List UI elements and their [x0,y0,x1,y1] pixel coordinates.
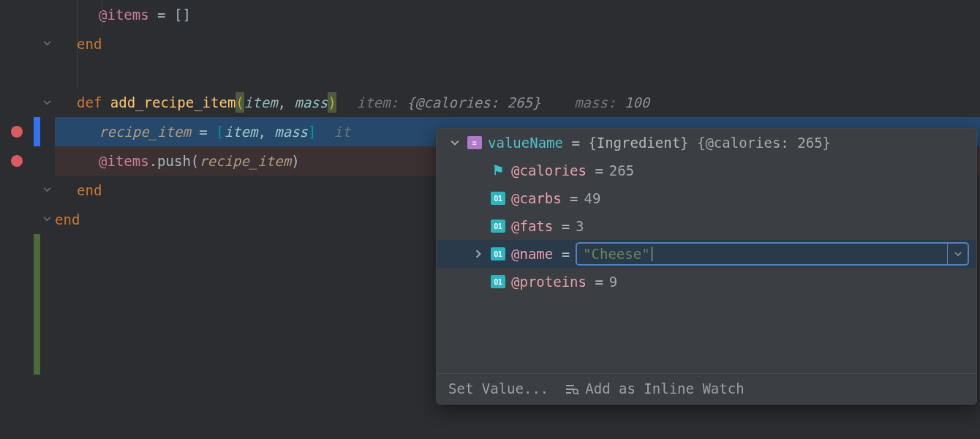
breakpoint-icon[interactable] [11,126,23,138]
chevron-right-icon[interactable] [472,249,485,258]
code-line[interactable]: def add_recipe_item(item, mass) item: {@… [0,88,980,117]
inline-hint: item: {@calories: 265} mass: 100 [357,92,649,113]
object-icon: ≡ [467,136,482,149]
debugger-value-popup[interactable]: ≡ valueName = {Ingredient} {@calories: 2… [436,128,977,405]
variable-row[interactable]: 01@carbs = 49 [437,184,976,212]
variable-row[interactable]: ⚑@calories = 265 [437,157,976,184]
variable-value: 9 [609,271,617,293]
variable-value: 49 [584,188,601,209]
svg-point-3 [573,389,578,394]
svg-line-4 [578,393,579,394]
chevron-down-icon[interactable] [448,138,461,147]
variable-value: 3 [576,216,584,237]
variable-value: 265 [609,160,634,181]
fold-end-icon[interactable] [42,215,52,225]
value-edit-input[interactable]: "Cheese" [576,242,969,266]
inline-hint: it [334,121,351,143]
gutter[interactable] [0,0,55,29]
vcs-change-marker [34,217,40,375]
gutter[interactable] [0,29,55,59]
flag-icon: ⚑ [491,164,505,177]
watch-icon [566,384,579,394]
code-editor[interactable]: @items = [] end def add_recipe_item(item… [0,0,980,439]
variable-name: @name [511,246,553,262]
gutter[interactable] [0,176,55,205]
gutter[interactable] [0,205,55,234]
variable-name: @proteins [511,274,587,290]
variable-root[interactable]: ≡ valueName = {Ingredient} {@calories: 2… [437,129,976,157]
code-line[interactable]: @items = [] [0,0,980,29]
variable-name: @carbs [511,190,562,206]
add-inline-watch-action[interactable]: Add as Inline Watch [566,378,744,399]
set-value-action[interactable]: Set Value... [448,378,549,399]
variable-row[interactable]: 01@proteins = 9 [437,268,976,296]
number-type-icon: 01 [491,247,505,260]
svg-rect-0 [566,385,574,386]
fold-end-icon[interactable] [42,186,52,195]
gutter[interactable] [0,88,55,117]
svg-rect-1 [566,389,574,390]
number-type-icon: 01 [491,275,505,288]
code-token-ivar: @items [99,4,149,26]
number-type-icon: 01 [491,220,505,233]
fold-end-icon[interactable] [42,40,52,49]
dropdown-icon[interactable] [947,244,968,264]
variable-name: @calories [511,162,587,179]
variable-row[interactable]: 01@fats = 3 [437,212,976,240]
variable-row[interactable]: 01@name = "Cheese" [437,240,976,268]
code-line[interactable]: end [0,29,980,59]
variable-name: @fats [511,218,553,234]
gutter[interactable] [0,117,55,146]
code-line[interactable] [0,59,980,88]
number-type-icon: 01 [491,192,505,205]
gutter[interactable] [0,146,55,176]
svg-rect-2 [566,392,571,394]
fold-toggle-icon[interactable] [42,98,52,108]
breakpoint-icon[interactable] [11,155,23,167]
popup-footer: Set Value... Add as Inline Watch [437,373,976,404]
